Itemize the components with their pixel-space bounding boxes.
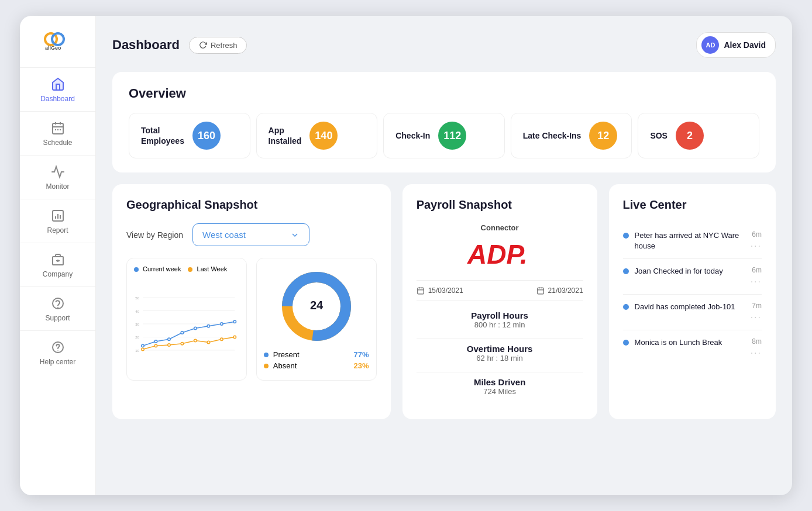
live-dot-2 bbox=[623, 304, 629, 310]
bottom-grid: Geographical Snapshot View by Region Wes… bbox=[112, 184, 776, 419]
donut-svg: 24 bbox=[278, 268, 355, 344]
sidebar-item-help[interactable]: Help center bbox=[20, 330, 95, 374]
live-dots-2[interactable]: ··· bbox=[751, 312, 762, 323]
svg-rect-56 bbox=[537, 288, 543, 294]
user-avatar: AD bbox=[701, 36, 719, 54]
sidebar-item-dashboard[interactable]: Dashboard bbox=[20, 67, 95, 111]
sidebar-item-monitor[interactable]: Monitor bbox=[20, 155, 95, 199]
refresh-button[interactable]: Refresh bbox=[189, 37, 247, 54]
live-meta-1: 6m ··· bbox=[751, 266, 762, 287]
sidebar-item-support[interactable]: Support bbox=[20, 286, 95, 330]
live-dots-3[interactable]: ··· bbox=[751, 348, 762, 358]
live-dots-1[interactable]: ··· bbox=[751, 277, 762, 287]
stat-total-employees: TotalEmployees 160 bbox=[129, 113, 250, 158]
report-icon bbox=[50, 208, 66, 224]
svg-text:ADP: ADP bbox=[467, 239, 524, 268]
legend-current: Current week bbox=[134, 265, 181, 272]
sidebar-dashboard-label: Dashboard bbox=[40, 95, 75, 103]
svg-point-33 bbox=[168, 338, 170, 340]
live-text-2: David has completed Job-101 bbox=[635, 302, 745, 312]
live-text-0: Peter has arrived at NYC Ware house bbox=[635, 230, 745, 251]
svg-text:24: 24 bbox=[310, 299, 324, 312]
svg-point-40 bbox=[154, 344, 157, 347]
dashboard-icon bbox=[50, 76, 66, 92]
help-icon bbox=[50, 339, 66, 355]
live-meta-2: 7m ··· bbox=[751, 302, 762, 323]
geo-title: Geographical Snapshot bbox=[126, 198, 377, 212]
svg-point-37 bbox=[221, 323, 223, 325]
stat-checkin: Check-In 112 bbox=[383, 113, 505, 158]
logo: allGeo bbox=[40, 27, 75, 53]
sidebar-item-schedule[interactable]: Schedule bbox=[20, 111, 95, 155]
live-item-0: Peter has arrived at NYC Ware house 6m ·… bbox=[623, 223, 762, 259]
stat-badge-late: 12 bbox=[589, 122, 617, 150]
line-chart-svg: 50 40 30 20 10 bbox=[134, 277, 239, 371]
live-text-3: Monica is on Lunch Break bbox=[635, 337, 745, 348]
sidebar: allGeo Dashboard bbox=[20, 16, 96, 495]
live-time-1: 6m bbox=[752, 266, 762, 274]
svg-point-44 bbox=[207, 341, 209, 343]
sidebar-monitor-label: Monitor bbox=[46, 182, 69, 191]
live-dot-1 bbox=[623, 268, 629, 274]
live-card: Live Center Peter has arrived at NYC War… bbox=[609, 184, 776, 419]
live-meta-0: 6m ··· bbox=[751, 230, 762, 251]
live-title: Live Center bbox=[623, 198, 762, 212]
svg-text:40: 40 bbox=[135, 310, 139, 313]
live-dot-3 bbox=[623, 340, 629, 346]
monitor-icon bbox=[50, 164, 66, 180]
adp-svg: ADP . bbox=[465, 238, 535, 268]
sidebar-schedule-label: Schedule bbox=[43, 139, 72, 147]
payroll-hours-stat: Payroll Hours 800 hr : 12 min bbox=[417, 310, 583, 329]
svg-point-31 bbox=[142, 344, 144, 347]
legend-last: Last Week bbox=[188, 265, 227, 272]
svg-point-45 bbox=[221, 338, 223, 340]
stat-app-installed: AppInstalled 140 bbox=[256, 113, 378, 158]
sidebar-item-report[interactable]: Report bbox=[20, 199, 95, 243]
svg-point-34 bbox=[181, 332, 183, 334]
svg-point-43 bbox=[194, 339, 197, 341]
stat-badge-sos: 2 bbox=[676, 122, 704, 150]
region-selected: West coast bbox=[202, 230, 246, 240]
live-text-1: Joan Checked in for today bbox=[635, 266, 745, 277]
svg-point-46 bbox=[233, 336, 236, 338]
donut-chart: 24 Present 77% bbox=[256, 258, 377, 381]
stat-sos: SOS 2 bbox=[638, 113, 759, 158]
svg-rect-8 bbox=[57, 129, 59, 130]
svg-text:.: . bbox=[520, 239, 528, 268]
main-content: Dashboard Refresh AD Alex David Overview bbox=[96, 16, 792, 495]
svg-rect-9 bbox=[60, 129, 61, 130]
payroll-card: Payroll Snapshot Connector ADP . 15/03/2… bbox=[402, 184, 597, 419]
svg-point-42 bbox=[181, 342, 183, 344]
stat-label-checkin: Check-In bbox=[395, 130, 430, 141]
svg-text:20: 20 bbox=[135, 336, 139, 339]
page-title: Dashboard bbox=[112, 37, 180, 53]
live-dots-0[interactable]: ··· bbox=[751, 241, 762, 251]
stat-label-employees: TotalEmployees bbox=[141, 125, 184, 146]
legend-present: Present 77% bbox=[264, 350, 369, 359]
line-chart: Current week Last Week bbox=[126, 258, 247, 381]
svg-point-18 bbox=[57, 307, 59, 308]
schedule-icon bbox=[50, 120, 66, 136]
svg-text:30: 30 bbox=[135, 323, 139, 326]
svg-text:50: 50 bbox=[135, 296, 139, 300]
stat-label-app: AppInstalled bbox=[269, 125, 302, 146]
sidebar-help-label: Help center bbox=[40, 358, 75, 366]
svg-rect-7 bbox=[55, 129, 56, 130]
stat-badge-employees: 160 bbox=[192, 122, 221, 150]
live-time-0: 6m bbox=[752, 230, 762, 239]
chart-legend: Current week Last Week bbox=[134, 265, 239, 272]
live-item-2: David has completed Job-101 7m ··· bbox=[623, 295, 762, 330]
svg-point-35 bbox=[194, 327, 197, 329]
sidebar-item-company[interactable]: Company bbox=[20, 243, 95, 286]
region-dropdown[interactable]: West coast bbox=[192, 223, 309, 246]
header-left: Dashboard Refresh bbox=[112, 37, 247, 54]
date-from: 15/03/2021 bbox=[417, 286, 463, 295]
user-menu-button[interactable]: AD Alex David bbox=[696, 32, 776, 58]
miles-driven-stat: Miles Driven 724 Miles bbox=[417, 377, 583, 396]
stat-label-late: Late Check-Ins bbox=[523, 130, 582, 141]
stat-late-checkin: Late Check-Ins 12 bbox=[511, 113, 632, 158]
legend-absent: Absent 23% bbox=[264, 361, 369, 370]
stat-badge-app: 140 bbox=[309, 122, 338, 150]
date-to: 21/03/2021 bbox=[536, 286, 583, 295]
live-meta-3: 8m ··· bbox=[751, 337, 762, 358]
